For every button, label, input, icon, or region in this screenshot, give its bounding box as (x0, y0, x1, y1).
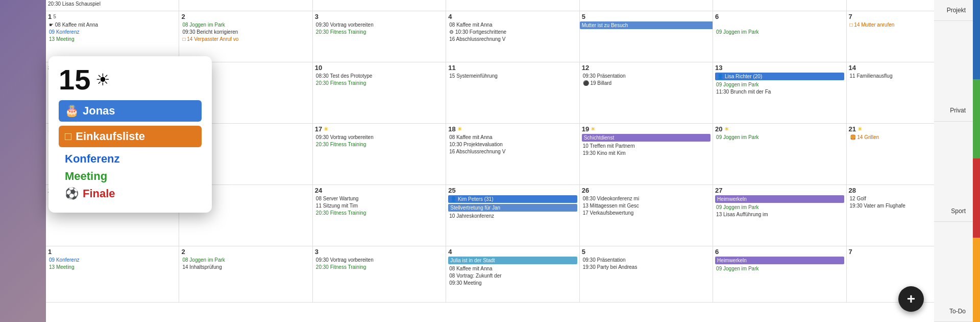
event[interactable]: 09 Konferenz (48, 29, 177, 35)
cell-next-4[interactable]: 4 Julia ist in der Stadt 08 Kaffee mit A… (446, 246, 579, 302)
popup-shopping-row[interactable]: □ Einkaufsliste (59, 126, 202, 147)
event[interactable]: 09 Joggen im Park (715, 134, 844, 141)
event[interactable]: 16 Abschlussrechnung V (448, 148, 577, 155)
event[interactable]: 09:30 Präsentation (582, 73, 710, 79)
cell-12[interactable]: 12 09:30 Präsentation ⚫ 19 Billard (580, 62, 713, 123)
event[interactable]: 09 Joggen im Park (715, 204, 844, 211)
popup-card: 15 ☀ 🎂 Jonas □ Einkaufsliste Konferenz M… (48, 56, 212, 213)
event[interactable]: 13 Meeting (48, 36, 177, 42)
event[interactable]: 16 Abschlussrechnung V (448, 36, 577, 42)
cell-13[interactable]: 13 👤 Lisa Richter (20) 09 Joggen im Park… (713, 62, 846, 123)
multiday-event[interactable]: Mutter ist zu Besuch (580, 21, 713, 29)
cell-next-1[interactable]: 1 09 Konferenz 13 Meeting (46, 246, 179, 302)
multiday-event-julia[interactable]: Julia ist in der Stadt (448, 257, 577, 264)
cell-25[interactable]: 25 👤 Kim Peters (31) Stellvertretung für… (446, 185, 579, 246)
popup-sun-icon: ☀ (95, 70, 110, 89)
cell-date: 3 (315, 248, 444, 256)
cell-date: 6 (715, 248, 844, 256)
cell-next-3[interactable]: 3 09:30 Vortrag vorbereiten 20:30 Fitnes… (313, 246, 446, 302)
event[interactable]: 09 Joggen im Park (715, 29, 844, 35)
event[interactable]: ⚫ 19 Billard (582, 80, 710, 86)
event-highlight[interactable]: 👤 Kim Peters (31) (448, 195, 577, 203)
cell-20[interactable]: 20 ☀ 09 Joggen im Park (713, 124, 846, 185)
event[interactable]: 20:30 Fitness Training (315, 141, 444, 148)
popup-finale[interactable]: ⚽ Finale (59, 186, 202, 201)
cell-27[interactable]: 27 Heimwerkeln 09 Joggen im Park 13 Lisa… (713, 185, 846, 246)
cell-date: 25 (448, 187, 577, 194)
event[interactable]: 08 Server Wartung (315, 195, 444, 202)
cell-1[interactable]: 1 5 ☛ 08 Kaffee mit Anna 09 Konferenz 13… (46, 11, 179, 62)
calendar-row-1: 1 5 ☛ 08 Kaffee mit Anna 09 Konferenz 13… (46, 11, 980, 62)
event[interactable]: 10:30 Projektevaluation (448, 141, 577, 148)
event[interactable]: □ 14 Verpasster Anruf vo (181, 36, 310, 42)
event[interactable]: 09:30 Vortrag vorbereiten (315, 134, 444, 141)
event[interactable]: 19:30 Kino mit Kim (582, 150, 710, 156)
event[interactable]: 14 Inhaltsprüfung (181, 264, 310, 270)
cell-date: 2 (181, 13, 310, 20)
cell-6[interactable]: 6 09 Joggen im Park (713, 11, 846, 62)
event[interactable]: 09:30 Vortrag vorbereiten (315, 257, 444, 263)
event[interactable]: 08:30 Videokonferenz mi (582, 195, 710, 202)
event[interactable]: 09 Joggen im Park (715, 265, 844, 272)
popup-meeting[interactable]: Meeting (59, 169, 202, 184)
event-highlight[interactable]: 👤 Lisa Richter (20) (715, 73, 844, 80)
event[interactable]: 20:30 Fitness Training (315, 29, 444, 35)
partial-cell-6 (713, 0, 846, 11)
event[interactable]: 15 Systemeinführung (448, 73, 577, 79)
cell-26[interactable]: 26 08:30 Videokonferenz mi 13 Mittagesse… (580, 185, 713, 246)
cell-4[interactable]: 4 08 Kaffee mit Anna ⚙ 10:30 Fortgeschri… (446, 11, 579, 62)
event[interactable]: ☛ 08 Kaffee mit Anna (48, 21, 177, 28)
cell-date: 6 (715, 13, 844, 20)
cell-17[interactable]: 17 ☀ 09:30 Vortrag vorbereiten 20:30 Fit… (313, 124, 446, 185)
cell-19[interactable]: 19 ☀ Schichtdienst 10 Treffen mit Partne… (580, 124, 713, 185)
event[interactable]: 19:30 Party bei Andreas (582, 264, 710, 270)
cell-date: 5 (582, 13, 710, 20)
event[interactable]: 13 Lisas Aufführung im (715, 211, 844, 218)
cell-date: 12 (582, 64, 710, 72)
multiday-event-stv[interactable]: Stellvertretung für Jan (448, 204, 577, 212)
multiday-event-heimwerk2[interactable]: Heimwerkeln (715, 257, 844, 264)
event[interactable]: 11 Sitzung mit Tim (315, 202, 444, 209)
multiday-event-schicht[interactable]: Schichtdienst (582, 134, 710, 142)
event[interactable]: 08 Vortrag: Zukunft der (448, 272, 577, 279)
event[interactable]: ⚙ 10:30 Fortgeschrittene (448, 29, 577, 35)
cell-next-5[interactable]: 5 09:30 Präsentation 19:30 Party bei And… (580, 246, 713, 302)
popup-konferenz[interactable]: Konferenz (59, 151, 202, 167)
cell-24[interactable]: 24 08 Server Wartung 11 Sitzung mit Tim … (313, 185, 446, 246)
event[interactable]: 09:30 Präsentation (582, 257, 710, 263)
event[interactable]: 17 Verkaufsbewertung (582, 210, 710, 216)
event[interactable]: 08 Joggen im Park (181, 21, 310, 28)
event[interactable]: 11:30 Brunch mit der Fa (715, 88, 844, 95)
cell-10[interactable]: 10 08:30 Test des Prototype 20:30 Fitnes… (313, 62, 446, 123)
cell-18[interactable]: 18 ☀ 08 Kaffee mit Anna 10:30 Projekteva… (446, 124, 579, 185)
event[interactable]: 13 Mittagessen mit Gesc (582, 202, 710, 209)
event[interactable]: 13 Meeting (48, 264, 177, 270)
event[interactable]: 08 Kaffee mit Anna (448, 134, 577, 141)
cell-2[interactable]: 2 08 Joggen im Park 09:30 Bericht korrig… (179, 11, 312, 62)
multiday-event-heimwerk[interactable]: Heimwerkeln (715, 195, 844, 203)
event[interactable]: 08:30 Test des Prototype (315, 73, 444, 79)
cell-5[interactable]: 5 Mutter ist zu Besuch (580, 11, 713, 62)
popup-birthday-row[interactable]: 🎂 Jonas (59, 100, 202, 122)
event[interactable]: 09:30 Vortrag vorbereiten (315, 21, 444, 28)
cell-date: 1 (48, 248, 177, 256)
week-number: 5 (53, 14, 56, 19)
event[interactable]: 08 Kaffee mit Anna (448, 265, 577, 272)
event[interactable]: 20:30 Fitness Training (315, 80, 444, 86)
event[interactable]: 20:30 Fitness Training (315, 264, 444, 270)
cell-next-2[interactable]: 2 08 Joggen im Park 14 Inhaltsprüfung (179, 246, 312, 302)
event[interactable]: 09:30 Meeting (448, 280, 577, 286)
event[interactable]: 10 Jahreskonferenz (448, 213, 577, 219)
event[interactable]: 09:30 Bericht korrigieren (181, 29, 310, 35)
fab-add-button[interactable]: + (898, 286, 924, 312)
cell-3[interactable]: 3 09:30 Vortrag vorbereiten 20:30 Fitnes… (313, 11, 446, 62)
event[interactable]: 09 Joggen im Park (715, 81, 844, 88)
event[interactable]: 10 Treffen mit Partnern (582, 143, 710, 149)
event[interactable]: 20:30 Fitness Training (315, 210, 444, 216)
event[interactable]: 08 Kaffee mit Anna (448, 21, 577, 28)
event[interactable]: 08 Joggen im Park (181, 257, 310, 263)
popup-day-number: 15 (59, 65, 90, 94)
cell-11[interactable]: 11 15 Systemeinführung (446, 62, 579, 123)
cell-next-6[interactable]: 6 Heimwerkeln 09 Joggen im Park (713, 246, 846, 302)
event[interactable]: 09 Konferenz (48, 257, 177, 263)
